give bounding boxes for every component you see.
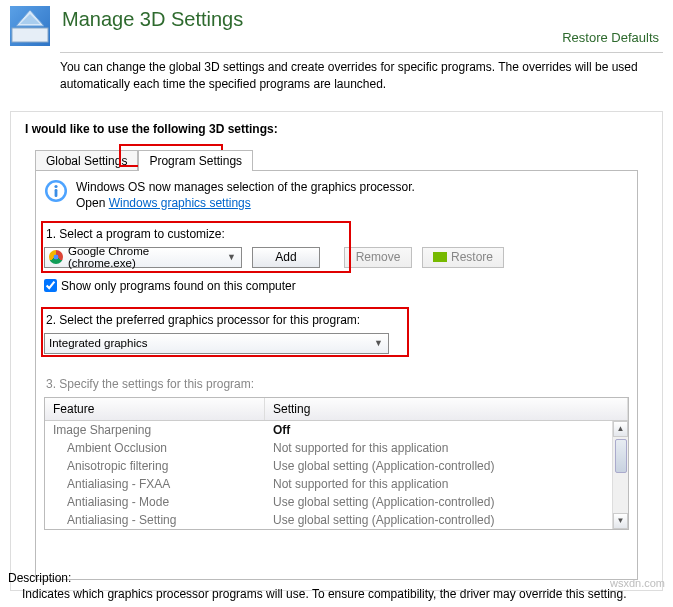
step2: 2. Select the preferred graphics process…	[44, 309, 629, 363]
feature-cell: Antialiasing - FXAA	[45, 475, 265, 493]
feature-cell: Anisotropic filtering	[45, 457, 265, 475]
table-row[interactable]: Antialiasing - FXAA Not supported for th…	[45, 475, 628, 493]
watermark: wsxdn.com	[610, 577, 665, 589]
description-block: Description: Indicates which graphics pr…	[8, 571, 626, 601]
setting-cell: Not supported for this application	[265, 475, 628, 493]
setting-cell: Use global setting (Application-controll…	[265, 457, 628, 475]
nvidia-3d-icon	[10, 6, 50, 46]
program-select[interactable]: Google Chrome (chrome.exe) ▼	[44, 247, 242, 268]
restore-button: Restore	[422, 247, 504, 268]
chevron-down-icon: ▼	[225, 252, 238, 262]
scroll-up-icon[interactable]: ▲	[613, 421, 628, 437]
windows-graphics-link[interactable]: Windows graphics settings	[109, 196, 251, 210]
chevron-down-icon: ▼	[372, 338, 385, 348]
scroll-down-icon[interactable]: ▼	[613, 513, 628, 529]
table-row[interactable]: Image Sharpening Off	[45, 421, 628, 439]
gpu-select-value: Integrated graphics	[49, 337, 147, 349]
page-title: Manage 3D Settings	[62, 8, 243, 31]
step3-label: 3. Specify the settings for this program…	[46, 377, 629, 391]
table-row[interactable]: Antialiasing - Setting Use global settin…	[45, 511, 628, 529]
restore-defaults-link[interactable]: Restore Defaults	[562, 30, 659, 45]
settings-table: Feature Setting Image Sharpening Off Amb…	[44, 397, 629, 530]
show-only-found-row: Show only programs found on this compute…	[44, 279, 629, 293]
chrome-icon	[49, 250, 63, 264]
setting-cell: Use global setting (Application-controll…	[265, 511, 628, 529]
scroll-thumb[interactable]	[615, 439, 627, 473]
feature-cell: Ambient Occlusion	[45, 439, 265, 457]
settings-panel: I would like to use the following 3D set…	[10, 111, 663, 591]
program-select-value: Google Chrome (chrome.exe)	[68, 245, 220, 269]
section-heading: I would like to use the following 3D set…	[25, 122, 652, 136]
remove-button: Remove	[344, 247, 412, 268]
setting-cell: Use global setting (Application-controll…	[265, 493, 628, 511]
info-line2-prefix: Open	[76, 196, 109, 210]
table-body: Image Sharpening Off Ambient Occlusion N…	[45, 421, 628, 529]
add-button[interactable]: Add	[252, 247, 320, 268]
tab-content: Windows OS now manages selection of the …	[35, 170, 638, 580]
svg-rect-7	[55, 189, 58, 197]
scrollbar[interactable]: ▲ ▼	[612, 421, 628, 529]
step2-label: 2. Select the preferred graphics process…	[46, 313, 629, 327]
show-only-found-label: Show only programs found on this compute…	[61, 279, 296, 293]
show-only-found-checkbox[interactable]	[44, 279, 57, 292]
setting-cell: Off	[265, 421, 628, 439]
svg-point-6	[54, 184, 57, 187]
info-line1: Windows OS now manages selection of the …	[76, 179, 415, 195]
intro-text: You can change the global 3D settings an…	[60, 59, 663, 93]
feature-cell: Antialiasing - Mode	[45, 493, 265, 511]
info-icon	[44, 179, 68, 206]
table-row[interactable]: Anisotropic filtering Use global setting…	[45, 457, 628, 475]
tab-global-settings[interactable]: Global Settings	[35, 150, 138, 171]
restore-button-label: Restore	[451, 250, 493, 264]
description-title: Description:	[8, 571, 626, 585]
divider	[60, 52, 663, 53]
gpu-select[interactable]: Integrated graphics ▼	[44, 333, 389, 354]
tab-program-settings[interactable]: Program Settings	[138, 150, 253, 171]
col-setting[interactable]: Setting	[265, 398, 628, 420]
description-body: Indicates which graphics processor progr…	[22, 587, 626, 601]
tabs: Global Settings Program Settings	[35, 146, 652, 170]
info-banner: Windows OS now manages selection of the …	[44, 179, 629, 211]
feature-cell: Image Sharpening	[45, 421, 265, 439]
nvidia-badge-icon	[433, 252, 447, 262]
table-row[interactable]: Ambient Occlusion Not supported for this…	[45, 439, 628, 457]
step1-label: 1. Select a program to customize:	[46, 227, 629, 241]
table-header: Feature Setting	[45, 398, 628, 421]
step1: 1. Select a program to customize: Google…	[44, 223, 629, 277]
table-row[interactable]: Antialiasing - Mode Use global setting (…	[45, 493, 628, 511]
col-feature[interactable]: Feature	[45, 398, 265, 420]
setting-cell: Not supported for this application	[265, 439, 628, 457]
svg-rect-0	[12, 28, 48, 42]
feature-cell: Antialiasing - Setting	[45, 511, 265, 529]
